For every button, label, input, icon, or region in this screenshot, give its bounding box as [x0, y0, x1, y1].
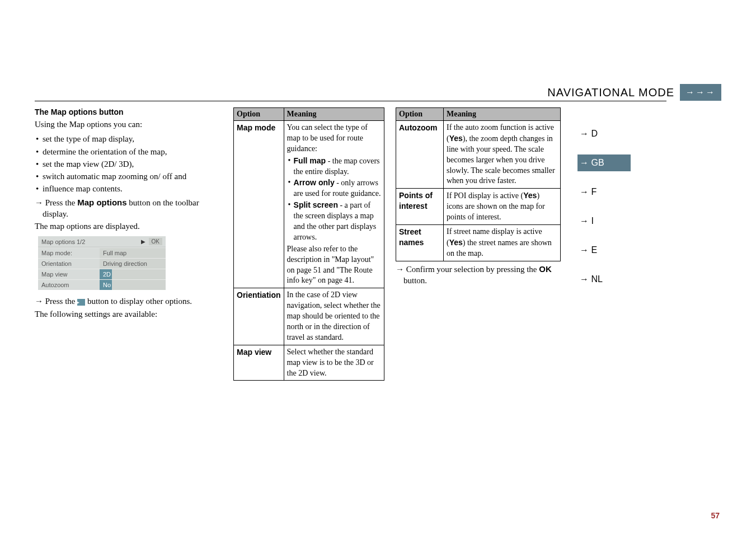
- instruction-step: Press the Map options button on the tool…: [35, 197, 222, 220]
- instruction-step: Press the ▶ button to display other opti…: [35, 296, 222, 307]
- lang-tab-f[interactable]: → F: [577, 184, 631, 200]
- column-left: The Map options button Using the Map opt…: [35, 107, 222, 381]
- screenshot-title: Map options 1/2: [41, 238, 85, 245]
- row-value-highlight: 2D: [100, 269, 112, 279]
- option-name: Map mode: [234, 121, 284, 288]
- row-value: Driving direction: [100, 259, 166, 269]
- intro-bullet-list: set the type of map display, determine t…: [36, 133, 222, 194]
- option-meaning: If POI display is active (Yes) icons are…: [444, 189, 561, 225]
- header-tab-arrows: →→→: [680, 84, 721, 101]
- row-value: Full map: [100, 248, 166, 258]
- option-meaning: If the auto zoom function is active (Yes…: [444, 121, 561, 189]
- column-right: Option Meaning Autozoom If the auto zoom…: [396, 107, 561, 381]
- row-label: Orientation: [38, 259, 100, 269]
- map-options-screenshot: Map options 1/2 ▶ OK Map mode: Full map …: [38, 236, 166, 290]
- page-header: NAVIGATIONAL MODE →→→: [547, 84, 721, 101]
- bullet-item: switch automatic map zooming on/ off and: [36, 171, 222, 182]
- option-meaning: If street name display is active (Yes) t…: [444, 225, 561, 261]
- option-meaning: In the case of 2D view navigation, selec…: [284, 288, 384, 345]
- options-table-2: Option Meaning Autozoom If the auto zoom…: [396, 107, 561, 261]
- table-header: Meaning: [284, 108, 384, 121]
- option-name: Street names: [396, 225, 444, 261]
- bullet-item: set the type of map display,: [36, 133, 222, 144]
- options-table-1: Option Meaning Map mode You can select t…: [233, 107, 384, 381]
- option-name: Autozoom: [396, 121, 444, 189]
- bullet-item: influence map contents.: [36, 183, 222, 194]
- bullet-item: determine the orientation of the map,: [36, 146, 222, 157]
- body-text: The following settings are available:: [35, 308, 222, 320]
- option-name: Map view: [234, 345, 284, 381]
- lang-tab-e[interactable]: → E: [577, 242, 631, 259]
- option-meaning: Select whether the standard map view is …: [284, 345, 384, 381]
- lang-tab-gb[interactable]: → GB: [577, 154, 631, 171]
- next-icon: ▶: [77, 299, 85, 306]
- table-header: Option: [396, 108, 444, 121]
- language-sidebar: → D → GB → F → I → E → NL: [577, 125, 631, 381]
- header-rule: [35, 101, 666, 101]
- instruction-step: Confirm your selection by pressing the O…: [396, 264, 561, 287]
- row-label: Map view: [38, 269, 100, 279]
- header-title: NAVIGATIONAL MODE: [547, 86, 674, 99]
- bullet-item: set the map view (2D/ 3D),: [36, 158, 222, 170]
- intro-text: Using the Map options you can:: [35, 119, 222, 130]
- option-name: Points of interest: [396, 189, 444, 225]
- lang-tab-d[interactable]: → D: [577, 125, 631, 142]
- table-header: Meaning: [444, 108, 561, 121]
- lang-tab-nl[interactable]: → NL: [577, 271, 631, 288]
- row-label: Autozoom: [38, 280, 100, 290]
- option-meaning: You can select the type of map to be use…: [284, 121, 384, 288]
- table-header: Option: [234, 108, 284, 121]
- lang-tab-i[interactable]: → I: [577, 213, 631, 229]
- play-icon: ▶: [141, 238, 145, 245]
- ok-button: OK: [149, 238, 162, 245]
- body-text: The map options are displayed.: [35, 221, 222, 232]
- section-heading: The Map options button: [35, 107, 222, 116]
- row-label: Map mode:: [38, 248, 100, 258]
- option-name: Orientiation: [234, 288, 284, 345]
- column-middle: Option Meaning Map mode You can select t…: [233, 107, 384, 381]
- page-number: 57: [711, 511, 720, 520]
- row-value-highlight: No: [100, 280, 112, 290]
